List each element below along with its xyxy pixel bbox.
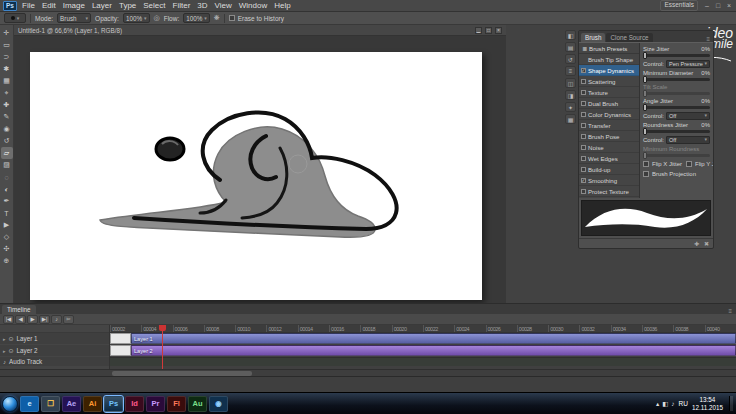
- tool-button[interactable]: ▦: [1, 75, 13, 87]
- menu-item[interactable]: Filter: [173, 1, 191, 10]
- minimum-diameter-slider[interactable]: [643, 78, 710, 81]
- eye-icon[interactable]: ⊙: [9, 347, 14, 354]
- document-window-button[interactable]: ×: [495, 27, 502, 34]
- panel-icon[interactable]: ◧: [565, 30, 576, 40]
- eye-icon[interactable]: ⊙: [9, 335, 14, 342]
- language-indicator[interactable]: RU: [679, 400, 688, 407]
- brush-option-row[interactable]: Build-up: [579, 164, 639, 175]
- twirl-icon[interactable]: ▸: [3, 336, 6, 342]
- tool-button[interactable]: ✒: [1, 195, 13, 207]
- tool-button[interactable]: ⌖: [1, 87, 13, 99]
- panel-icon[interactable]: ✦: [565, 102, 576, 112]
- tool-button[interactable]: ▨: [1, 159, 13, 171]
- tool-button[interactable]: ✚: [1, 99, 13, 111]
- brush-option-row[interactable]: ✓ Shape Dynamics: [579, 65, 639, 76]
- document-window-button[interactable]: ▁: [475, 27, 482, 34]
- menu-item[interactable]: File: [22, 1, 35, 10]
- tool-button[interactable]: ⊃: [1, 51, 13, 63]
- taskbar-icon[interactable]: Ps: [104, 396, 123, 412]
- flow-dropdown[interactable]: 100% ▾: [183, 13, 210, 23]
- menu-item[interactable]: 3D: [197, 1, 207, 10]
- option-checkbox[interactable]: [581, 189, 586, 194]
- tool-button[interactable]: ✛: [1, 27, 13, 39]
- audio-track-row[interactable]: [110, 357, 736, 366]
- new-brush-icon[interactable]: ✚: [694, 240, 699, 247]
- taskbar-icon[interactable]: Id: [125, 396, 144, 412]
- menu-item[interactable]: View: [215, 1, 232, 10]
- transport-button[interactable]: |◀: [3, 315, 14, 324]
- clip-head[interactable]: [110, 345, 131, 356]
- panel-icon[interactable]: ≡: [565, 66, 576, 76]
- panel-tab[interactable]: Clone Source: [606, 33, 652, 42]
- angle-control-dropdown[interactable]: Off ▾: [666, 112, 710, 120]
- transport-button[interactable]: ✂: [63, 315, 74, 324]
- option-checkbox[interactable]: [581, 123, 586, 128]
- mode-dropdown[interactable]: Brush ▾: [57, 13, 91, 23]
- track-header[interactable]: ▸ ⊙ Layer 1: [0, 333, 109, 344]
- tool-button[interactable]: ▱: [1, 147, 13, 159]
- document-window-button[interactable]: □: [485, 27, 492, 34]
- playhead[interactable]: [162, 325, 163, 369]
- taskbar-icon[interactable]: Pr: [146, 396, 165, 412]
- menu-item[interactable]: Window: [239, 1, 267, 10]
- brush-option-row[interactable]: Color Dynamics: [579, 109, 639, 120]
- menu-item[interactable]: Help: [274, 1, 290, 10]
- taskbar-icon[interactable]: Fl: [167, 396, 186, 412]
- brush-option-row[interactable]: Noise: [579, 142, 639, 153]
- brush-option-row[interactable]: Scattering: [579, 76, 639, 87]
- option-checkbox[interactable]: ✓: [581, 68, 586, 73]
- brush-projection-checkbox[interactable]: Brush Projection: [643, 171, 696, 177]
- tool-button[interactable]: ◇: [1, 231, 13, 243]
- menu-item[interactable]: Edit: [42, 1, 56, 10]
- tool-button[interactable]: ▶: [1, 219, 13, 231]
- flip-x-jitter-checkbox[interactable]: Flip X Jitter: [643, 161, 682, 167]
- option-checkbox[interactable]: [581, 167, 586, 172]
- transport-button[interactable]: ♪: [51, 315, 62, 324]
- panel-icon[interactable]: ▦: [565, 114, 576, 124]
- pen-pressure-opacity-icon[interactable]: ◎: [154, 14, 160, 22]
- checkbox-box[interactable]: [643, 161, 649, 167]
- opacity-dropdown[interactable]: 100% ▾: [123, 13, 150, 23]
- start-button[interactable]: [2, 396, 18, 412]
- taskbar-icon[interactable]: Ae: [62, 396, 81, 412]
- brush-option-row[interactable]: Texture: [579, 87, 639, 98]
- brush-option-row[interactable]: Transfer: [579, 120, 639, 131]
- flip-y-jitter-checkbox[interactable]: Flip Y Jitter: [686, 161, 713, 167]
- option-checkbox[interactable]: [581, 134, 586, 139]
- menu-item[interactable]: Type: [119, 1, 136, 10]
- size-jitter-slider[interactable]: [643, 54, 710, 57]
- panel-icon[interactable]: ▤: [565, 42, 576, 52]
- tool-button[interactable]: ✱: [1, 63, 13, 75]
- tool-button[interactable]: ◐: [1, 183, 13, 195]
- brush-option-row[interactable]: Protect Texture: [579, 186, 639, 197]
- delete-brush-icon[interactable]: ✖: [704, 240, 709, 247]
- brush-option-row[interactable]: ✓ Smoothing: [579, 175, 639, 186]
- erase-to-history-checkbox[interactable]: Erase to History: [229, 15, 284, 22]
- menu-item[interactable]: Image: [63, 1, 85, 10]
- panel-tab[interactable]: Brush: [581, 33, 605, 42]
- timeline-ruler[interactable]: 0000200004000060000800010000120001400016…: [110, 325, 736, 333]
- airbrush-icon[interactable]: ❋: [214, 14, 220, 22]
- panel-icon[interactable]: ◨: [565, 90, 576, 100]
- transport-button[interactable]: ▶|: [39, 315, 50, 324]
- tray-icon[interactable]: ♪: [671, 400, 674, 408]
- brush-preset-picker[interactable]: ▾: [4, 13, 26, 23]
- tool-button[interactable]: ◌: [1, 171, 13, 183]
- tray-icon[interactable]: ▴: [656, 400, 659, 408]
- taskbar-icon[interactable]: Ai: [83, 396, 102, 412]
- tool-button[interactable]: ✎: [1, 111, 13, 123]
- playhead-handle[interactable]: [159, 325, 166, 331]
- option-checkbox[interactable]: [581, 112, 586, 117]
- size-control-dropdown[interactable]: Pen Pressure ▾: [666, 60, 710, 68]
- taskbar-icon[interactable]: ❐: [41, 396, 60, 412]
- option-checkbox[interactable]: [581, 79, 586, 84]
- panel-icon[interactable]: ◫: [565, 78, 576, 88]
- menu-item[interactable]: Select: [143, 1, 165, 10]
- option-checkbox[interactable]: ✓: [581, 178, 586, 183]
- tool-button[interactable]: ↺: [1, 135, 13, 147]
- tray-icon[interactable]: ◧: [662, 400, 668, 408]
- checkbox-box[interactable]: [686, 161, 692, 167]
- checkbox-box[interactable]: [643, 171, 649, 177]
- angle-jitter-slider[interactable]: [643, 106, 710, 109]
- taskbar-icon[interactable]: Au: [188, 396, 207, 412]
